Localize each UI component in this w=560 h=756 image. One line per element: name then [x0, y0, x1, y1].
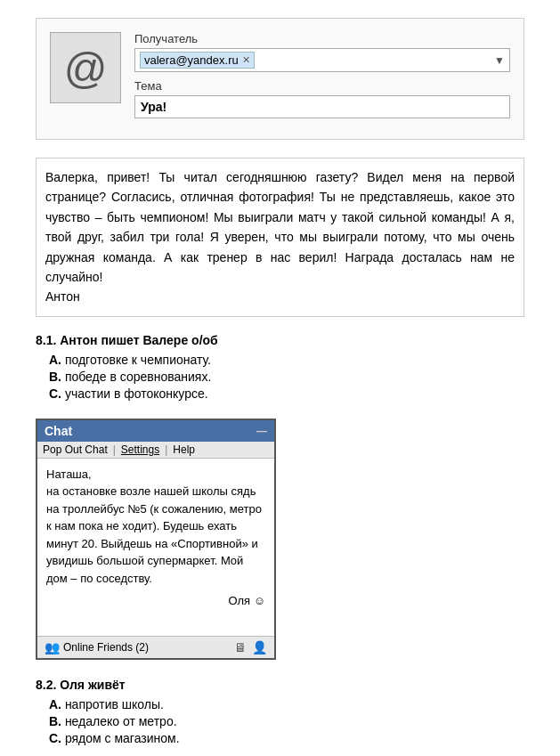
email-fields: Получатель valera@yandex.ru ✕ ▼ Тема Ура…	[134, 32, 510, 126]
recipient-tag: valera@yandex.ru ✕	[140, 52, 255, 69]
option-text-b: победе в соревнованиях.	[65, 370, 211, 384]
email-avatar: @	[50, 32, 121, 103]
question-8-2-title: 8.2. Оля живёт	[36, 678, 524, 692]
help-link[interactable]: Help	[173, 443, 195, 456]
subject-row: Тема Ура!	[134, 79, 510, 118]
toolbar-sep-1: |	[113, 443, 116, 456]
q2-option-text-b: недалеко от метро.	[65, 714, 177, 728]
question-8-2-option-b: В. недалеко от метро.	[49, 714, 524, 728]
chat-header: Chat —	[37, 420, 274, 442]
option-letter-a: А.	[49, 353, 61, 367]
subject-input[interactable]: Ура!	[134, 95, 510, 118]
question-8-1-title: 8.1. Антон пишет Валере о/об	[36, 333, 524, 347]
chat-title: Chat	[45, 424, 72, 438]
monitor-icon[interactable]: 🖥	[234, 640, 247, 654]
question-8-2-option-c: С. рядом с магазином.	[49, 731, 524, 745]
dropdown-arrow-icon[interactable]: ▼	[494, 54, 505, 67]
question-8-1: 8.1. Антон пишет Валере о/об А. подготов…	[36, 333, 524, 401]
subject-value: Ура!	[141, 100, 166, 114]
chat-signature: Оля ☺	[46, 592, 265, 610]
friends-icon: 👥	[45, 640, 60, 654]
q2-option-text-a: напротив школы.	[65, 697, 164, 711]
question-8-1-option-c: С. участии в фотоконкурсе.	[49, 386, 524, 401]
online-friends: 👥 Online Friends (2)	[45, 640, 149, 654]
settings-link[interactable]: Settings	[121, 443, 159, 456]
toolbar-sep-2: |	[165, 443, 167, 456]
option-text-a: подготовке к чемпионату.	[65, 353, 211, 367]
subject-label: Тема	[134, 79, 510, 93]
email-block: @ Получатель valera@yandex.ru ✕ ▼ Тема У…	[36, 18, 524, 140]
option-letter-c: С.	[49, 386, 61, 401]
question-8-2: 8.2. Оля живёт А. напротив школы. В. нед…	[36, 678, 524, 745]
pop-out-link[interactable]: Pop Out Chat	[43, 443, 108, 456]
chat-toolbar: Pop Out Chat | Settings | Help	[37, 442, 274, 459]
email-body-text: Валерка, привет! Ты читал сегодняшнюю га…	[45, 170, 515, 304]
friends-label: Online Friends (2)	[63, 641, 149, 654]
email-body: Валерка, привет! Ты читал сегодняшнюю га…	[36, 158, 524, 317]
recipient-label: Получатель	[134, 32, 510, 45]
q2-option-letter-c: С.	[49, 731, 61, 745]
recipient-row: Получатель valera@yandex.ru ✕ ▼	[134, 32, 510, 72]
chat-message: Наташа, на остановке возле нашей школы с…	[46, 466, 265, 588]
option-letter-b: В.	[49, 370, 61, 384]
q2-option-letter-a: А.	[49, 697, 61, 711]
chat-footer-icons: 🖥 👤	[234, 640, 267, 654]
q2-option-text-c: рядом с магазином.	[65, 731, 180, 745]
chat-block: Chat — Pop Out Chat | Settings | Help На…	[36, 419, 276, 660]
question-8-2-option-a: А. напротив школы.	[49, 697, 524, 711]
tag-close-icon[interactable]: ✕	[242, 54, 250, 66]
q2-option-letter-b: В.	[49, 714, 61, 728]
option-text-c: участии в фотоконкурсе.	[65, 386, 208, 401]
chat-body: Наташа, на остановке возле нашей школы с…	[37, 459, 274, 637]
recipient-input[interactable]: valera@yandex.ru ✕ ▼	[134, 48, 510, 72]
person-settings-icon[interactable]: 👤	[252, 640, 267, 654]
question-8-1-option-a: А. подготовке к чемпионату.	[49, 353, 524, 367]
question-8-1-option-b: В. победе в соревнованиях.	[49, 370, 524, 384]
minimize-button[interactable]: —	[256, 425, 267, 437]
chat-footer: 👥 Online Friends (2) 🖥 👤	[37, 637, 274, 658]
